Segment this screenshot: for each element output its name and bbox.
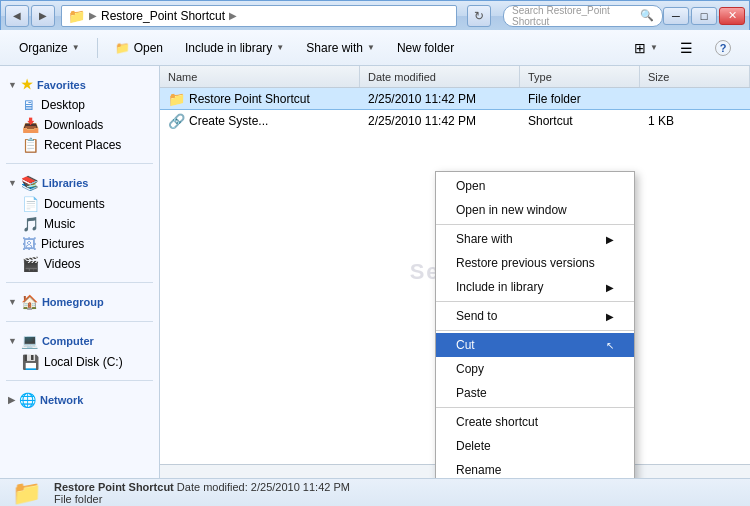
- videos-icon: 🎬: [22, 256, 39, 272]
- ctx-share-label: Share with: [456, 232, 513, 246]
- status-date-label: Date modified:: [177, 481, 251, 493]
- videos-label: Videos: [44, 257, 80, 271]
- sidebar-divider3: [6, 321, 153, 322]
- ctx-paste[interactable]: Paste: [436, 381, 634, 405]
- table-row[interactable]: 📁 Restore Point Shortcut 2/25/2010 11:42…: [160, 88, 750, 110]
- status-name-bold: Restore Point Shortcut: [54, 481, 174, 493]
- downloads-label: Downloads: [44, 118, 103, 132]
- close-button[interactable]: ✕: [719, 7, 745, 25]
- minimize-button[interactable]: ─: [663, 7, 689, 25]
- refresh-button[interactable]: ↻: [467, 5, 491, 27]
- shortcut-icon: 🔗: [168, 113, 185, 129]
- ctx-copy[interactable]: Copy: [436, 357, 634, 381]
- status-type: File folder: [54, 493, 350, 505]
- file-date-cell2: 2/25/2010 11:42 PM: [360, 114, 520, 128]
- ctx-delete[interactable]: Delete: [436, 434, 634, 458]
- view-icon1: ⊞: [634, 40, 646, 56]
- col-size-label: Size: [648, 71, 669, 83]
- statusbar: 📁 Restore Point Shortcut Date modified: …: [0, 478, 750, 506]
- organize-label: Organize: [19, 41, 68, 55]
- col-header-type[interactable]: Type: [520, 66, 640, 87]
- homegroup-label: Homegroup: [42, 296, 104, 308]
- help-icon: ?: [715, 40, 731, 56]
- organize-button[interactable]: Organize ▼: [10, 35, 89, 61]
- network-heading[interactable]: ▶ 🌐 Network: [0, 389, 159, 411]
- ctx-restore-versions[interactable]: Restore previous versions: [436, 251, 634, 275]
- search-box[interactable]: Search Restore_Point Shortcut 🔍: [503, 5, 663, 27]
- col-date-label: Date modified: [368, 71, 436, 83]
- file-name2: Create Syste...: [189, 114, 268, 128]
- sidebar-item-music[interactable]: 🎵 Music: [0, 214, 159, 234]
- ctx-open[interactable]: Open: [436, 174, 634, 198]
- favorites-label: Favorites: [37, 79, 86, 91]
- file-list: 📁 Restore Point Shortcut 2/25/2010 11:42…: [160, 88, 750, 132]
- localdisk-label: Local Disk (C:): [44, 355, 123, 369]
- ctx-sendto-label: Send to: [456, 309, 497, 323]
- path-text: Restore_Point Shortcut: [101, 9, 225, 23]
- file-name: Restore Point Shortcut: [189, 92, 310, 106]
- search-icon: 🔍: [640, 9, 654, 22]
- include-arrow: ▼: [276, 43, 284, 52]
- libraries-icon: 📚: [21, 175, 38, 191]
- view-arrow: ▼: [650, 43, 658, 52]
- ctx-send-to[interactable]: Send to ▶: [436, 304, 634, 328]
- ctx-sep4: [436, 407, 634, 408]
- computer-heading[interactable]: ▼ 💻 Computer: [0, 330, 159, 352]
- expand-icon2: ▼: [8, 178, 17, 188]
- ctx-cut[interactable]: Cut ↖: [436, 333, 634, 357]
- col-name-label: Name: [168, 71, 197, 83]
- libraries-heading[interactable]: ▼ 📚 Libraries: [0, 172, 159, 194]
- new-folder-button[interactable]: New folder: [388, 35, 463, 61]
- maximize-button[interactable]: □: [691, 7, 717, 25]
- folder-icon: 📁: [68, 8, 85, 24]
- homegroup-icon: 🏠: [21, 294, 38, 310]
- libraries-section: ▼ 📚 Libraries 📄 Documents 🎵 Music 🖼 Pict…: [0, 168, 159, 278]
- col-header-size[interactable]: Size: [640, 66, 750, 87]
- sidebar-item-recent-places[interactable]: 📋 Recent Places: [0, 135, 159, 155]
- ctx-open-new-window[interactable]: Open in new window: [436, 198, 634, 222]
- ctx-cut-label: Cut: [456, 338, 475, 352]
- homegroup-section: ▼ 🏠 Homegroup: [0, 287, 159, 317]
- ctx-include-label: Include in library: [456, 280, 543, 294]
- help-button[interactable]: ?: [706, 35, 740, 61]
- sidebar-item-videos[interactable]: 🎬 Videos: [0, 254, 159, 274]
- open-button[interactable]: 📁 Open: [106, 35, 172, 61]
- ctx-include-library[interactable]: Include in library ▶: [436, 275, 634, 299]
- forward-button[interactable]: ▶: [31, 5, 55, 27]
- content-area: Name Date modified Type Size 📁 Restore P…: [160, 66, 750, 478]
- ctx-sep2: [436, 301, 634, 302]
- address-bar[interactable]: 📁 ▶ Restore_Point Shortcut ▶: [61, 5, 457, 27]
- share-button[interactable]: Share with ▼: [297, 35, 384, 61]
- downloads-icon: 📥: [22, 117, 39, 133]
- include-label: Include in library: [185, 41, 272, 55]
- ctx-share-with[interactable]: Share with ▶: [436, 227, 634, 251]
- file-type-cell: File folder: [520, 92, 640, 106]
- favorites-section: ▼ ★ Favorites 🖥 Desktop 📥 Downloads 📋 Re…: [0, 70, 159, 159]
- network-label: Network: [40, 394, 83, 406]
- col-header-name[interactable]: Name: [160, 66, 360, 87]
- details-view-button[interactable]: ☰: [671, 35, 702, 61]
- sidebar-item-documents[interactable]: 📄 Documents: [0, 194, 159, 214]
- col-header-date[interactable]: Date modified: [360, 66, 520, 87]
- titlebar: ◀ ▶ 📁 ▶ Restore_Point Shortcut ▶ ↻ Searc…: [0, 0, 750, 30]
- sidebar-item-pictures[interactable]: 🖼 Pictures: [0, 234, 159, 254]
- include-library-button[interactable]: Include in library ▼: [176, 35, 293, 61]
- table-row[interactable]: 🔗 Create Syste... 2/25/2010 11:42 PM Sho…: [160, 110, 750, 132]
- favorites-heading[interactable]: ▼ ★ Favorites: [0, 74, 159, 95]
- ctx-delete-label: Delete: [456, 439, 491, 453]
- ctx-create-shortcut[interactable]: Create shortcut: [436, 410, 634, 434]
- sidebar-item-localdisk[interactable]: 💾 Local Disk (C:): [0, 352, 159, 372]
- file-size2: 1 KB: [648, 114, 674, 128]
- back-button[interactable]: ◀: [5, 5, 29, 27]
- path-arrow: ▶: [89, 10, 97, 21]
- view-toggle-button[interactable]: ⊞ ▼: [625, 35, 667, 61]
- toolbar-sep1: [97, 38, 98, 58]
- ctx-rename[interactable]: Rename: [436, 458, 634, 478]
- sidebar-item-downloads[interactable]: 📥 Downloads: [0, 115, 159, 135]
- window-controls: ─ □ ✕: [663, 7, 745, 25]
- sidebar-item-desktop[interactable]: 🖥 Desktop: [0, 95, 159, 115]
- ctx-create-shortcut-label: Create shortcut: [456, 415, 538, 429]
- music-label: Music: [44, 217, 75, 231]
- homegroup-heading[interactable]: ▼ 🏠 Homegroup: [0, 291, 159, 313]
- column-headers: Name Date modified Type Size: [160, 66, 750, 88]
